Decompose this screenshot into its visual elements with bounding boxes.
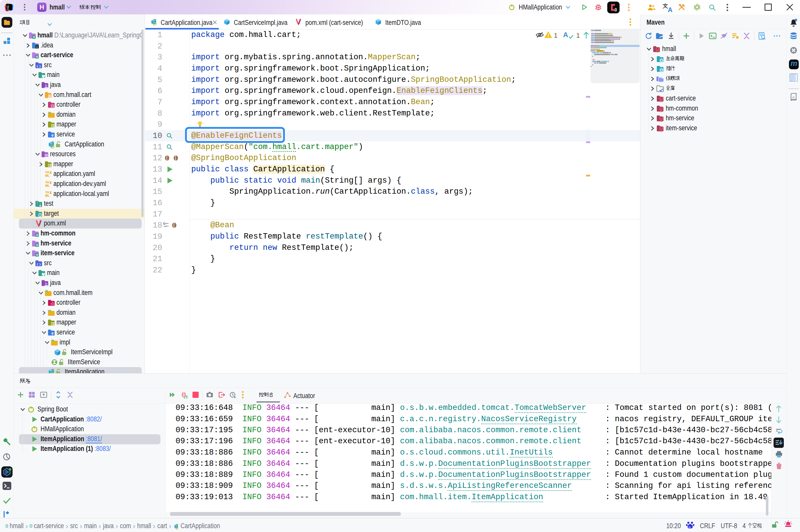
svg-text:YA: YA [45, 180, 49, 184]
svg-text:IJ: IJ [36, 46, 38, 49]
svg-text:ML: ML [45, 174, 50, 177]
svg-text:3: 3 [614, 7, 617, 12]
svg-text:ML: ML [45, 184, 50, 188]
svg-text:IJ: IJ [7, 5, 9, 8]
svg-text:YA: YA [45, 171, 49, 174]
svg-text:YA: YA [45, 191, 49, 194]
svg-text:ML: ML [45, 194, 50, 197]
svg-text:A: A [792, 95, 795, 99]
svg-text:du: du [688, 526, 691, 528]
